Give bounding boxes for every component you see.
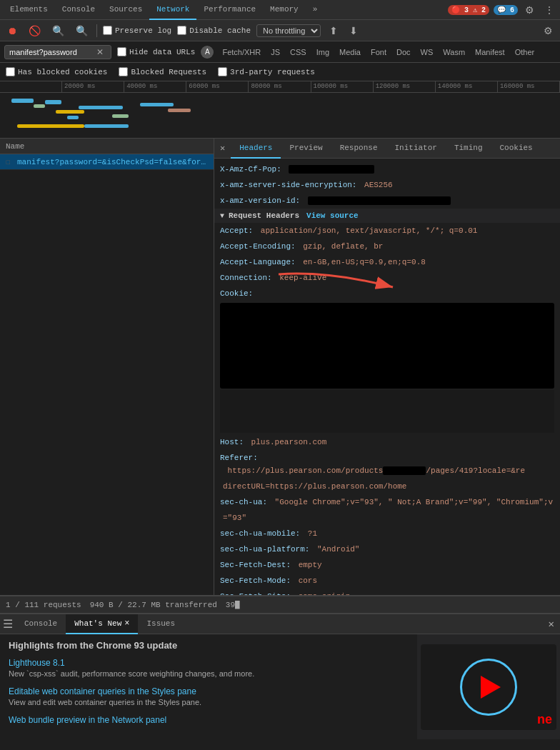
row-checkbox: ☐ [6, 157, 17, 166]
tab-timing[interactable]: Timing [446, 139, 491, 159]
drawer-tab-whatsnew[interactable]: What's New × [66, 614, 138, 634]
response-header-cfpop: X-Amz-Cf-Pop: [214, 161, 560, 177]
clear-search-button[interactable]: ✕ [95, 47, 105, 57]
drawer-title: Highlights from the Chrome 93 update [9, 640, 409, 651]
third-party-checkbox[interactable] [218, 67, 227, 76]
tab-initiator[interactable]: Initiator [386, 139, 445, 159]
clear-button[interactable]: 🚫 [26, 24, 44, 38]
has-blocked-cookies-label[interactable]: Has blocked cookies [6, 67, 107, 76]
headers-with-arrow: Accept: application/json, text/javascrip… [214, 223, 560, 301]
redacted-version [308, 196, 451, 205]
tab-preview[interactable]: Preview [281, 139, 331, 159]
timeline-ruler: 20000 ms 40000 ms 60000 ms 80000 ms 1000… [0, 81, 560, 93]
drawer-left: Highlights from the Chrome 93 update Lig… [0, 634, 417, 739]
left-panel: Name ☐ manifest?password=&isCheckPsd=fal… [0, 139, 214, 595]
tab-elements[interactable]: Elements [3, 0, 55, 20]
more-button[interactable]: ⋮ [541, 3, 557, 17]
preserve-log-checkbox[interactable] [103, 26, 112, 35]
tab-console[interactable]: Console [55, 0, 102, 20]
filter-img[interactable]: Img [314, 47, 332, 57]
tab-memory[interactable]: Memory [263, 0, 306, 20]
whatsnew-close[interactable]: × [124, 619, 129, 629]
search-button[interactable]: 🔍 [73, 24, 91, 38]
preserve-log-label[interactable]: Preserve log [103, 26, 171, 35]
tick-0 [0, 81, 62, 92]
has-blocked-cookies-checkbox[interactable] [6, 67, 15, 76]
response-header-encryption: x-amz-server-side-encryption: AES256 [214, 177, 560, 193]
req-header-host: Host: plus.pearson.com [214, 434, 560, 450]
filter-button[interactable]: 🔍 [49, 24, 67, 38]
yt-play-icon [481, 676, 501, 699]
timeline-bars [0, 93, 560, 138]
tick-4: 80000 ms [249, 81, 311, 92]
request-headers-section[interactable]: ▼ Request Headers View source [214, 209, 560, 223]
req-header-referer: Referer: https://plus.pearson.com/produc… [214, 450, 560, 479]
tab-network[interactable]: Network [149, 0, 196, 20]
search-input[interactable] [9, 48, 95, 56]
record-button[interactable]: ⏺ [4, 24, 20, 38]
hide-data-urls-checkbox[interactable] [117, 47, 126, 56]
panel-content: X-Amz-Cf-Pop: x-amz-server-side-encrypti… [214, 159, 560, 595]
transferred-size: 940 B / 22.7 MB transferred [90, 601, 217, 609]
row-name: manifest?password=&isCheckPsd=false&form… [17, 158, 208, 166]
list-header: Name [0, 139, 214, 154]
news-link-1[interactable]: Editable web container queries in the St… [9, 686, 196, 696]
settings-button[interactable]: ⚙ [522, 3, 537, 17]
drawer-tab-issues[interactable]: Issues [138, 614, 184, 634]
error-badge: 🔴 3 ⚠️ 2 [448, 5, 489, 15]
import-button[interactable]: ⬆ [326, 24, 341, 38]
req-header-fetch-mode: Sec-Fetch-Mode: cors [214, 573, 560, 589]
drawer-tab-console[interactable]: Console [16, 614, 66, 634]
filter-doc[interactable]: Doc [394, 47, 414, 57]
tick-6: 120000 ms [374, 81, 436, 92]
news-link-0[interactable]: Lighthouse 8.1 [9, 658, 65, 668]
third-party-label[interactable]: 3rd-party requests [218, 67, 315, 76]
redacted-area [220, 390, 554, 433]
export-button[interactable]: ⬇ [346, 24, 361, 38]
req-header-sec-ch-ua: sec-ch-ua: "Google Chrome";v="93", " Not… [214, 494, 560, 510]
filter-css[interactable]: CSS [287, 47, 309, 57]
view-source-link[interactable]: View source [306, 211, 359, 220]
tick-8: 160000 ms [498, 81, 560, 92]
youtube-thumbnail: ne [421, 644, 556, 730]
tab-more[interactable]: » [306, 0, 325, 20]
tab-performance[interactable]: Performance [196, 0, 263, 20]
tab-response[interactable]: Response [331, 139, 386, 159]
toolbar: ⏺ 🚫 🔍 🔍 Preserve log Disable cache No th… [0, 20, 560, 41]
redacted-cfpop [289, 165, 374, 174]
filter-font[interactable]: Font [368, 47, 389, 57]
req-header-encoding: Accept-Encoding: gzip, deflate, br [214, 239, 560, 254]
tab-cookies[interactable]: Cookies [491, 139, 541, 159]
panel-close-button[interactable]: ✕ [214, 140, 231, 156]
tab-bar: Elements Console Sources Network Perform… [0, 0, 560, 20]
hide-data-urls-label[interactable]: Hide data URLs [117, 47, 195, 56]
filter-avatar[interactable]: A [201, 46, 214, 59]
req-header-language: Accept-Language: en-GB,en-US;q=0.9,en;q=… [214, 254, 560, 270]
tab-icons: 🔴 3 ⚠️ 2 💬 6 ⚙ ⋮ [448, 3, 557, 17]
filter-manifest[interactable]: Manifest [472, 47, 508, 57]
disable-cache-label[interactable]: Disable cache [177, 26, 251, 35]
tab-headers[interactable]: Headers [231, 139, 281, 159]
response-header-version: x-amz-version-id: [214, 193, 560, 209]
disable-cache-checkbox[interactable] [177, 26, 186, 35]
tick-1: 20000 ms [62, 81, 124, 92]
filter-wasm[interactable]: Wasm [440, 47, 468, 57]
requests-count: 1 / 111 requests [6, 601, 81, 609]
tab-sources[interactable]: Sources [102, 0, 149, 20]
drawer-menu-button[interactable]: ☰ [0, 616, 16, 632]
yt-label: ne [537, 712, 552, 727]
settings2-button[interactable]: ⚙ [541, 24, 556, 38]
filter-ws[interactable]: WS [418, 47, 436, 57]
drawer-close-button[interactable]: ✕ [543, 615, 560, 633]
list-item[interactable]: ☐ manifest?password=&isCheckPsd=false&fo… [0, 154, 214, 170]
news-link-2[interactable]: Web bundle preview in the Network panel [9, 715, 166, 725]
right-panel: ✕ Headers Preview Response Initiator Tim… [214, 139, 560, 595]
filter-other[interactable]: Other [512, 47, 538, 57]
filter-media[interactable]: Media [336, 47, 364, 57]
filter-fetch-xhr[interactable]: Fetch/XHR [219, 47, 264, 57]
blocked-requests-checkbox[interactable] [119, 67, 128, 76]
blocked-requests-label[interactable]: Blocked Requests [119, 67, 206, 76]
throttle-select[interactable]: No throttling Fast 3G Slow 3G Offline [256, 24, 321, 37]
filter-js[interactable]: JS [268, 47, 283, 57]
divider-1 [96, 24, 97, 37]
